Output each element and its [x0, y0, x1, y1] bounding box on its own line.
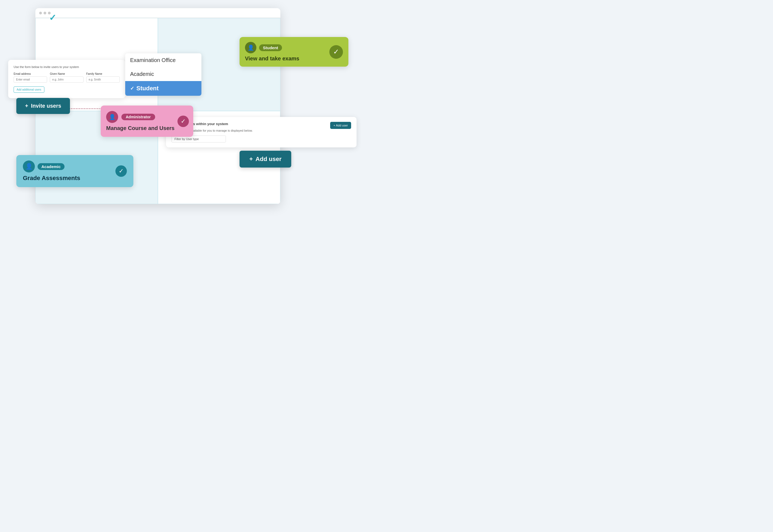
app-logo: ✓ — [49, 13, 56, 23]
admin-avatar: 👤 — [106, 111, 118, 123]
academic-check-icon: ✓ — [115, 165, 127, 177]
email-label: Email address — [14, 72, 47, 75]
academic-badge: Academic — [38, 163, 64, 170]
academic-avatar: 👤 — [23, 160, 35, 172]
given-name-label: Given Name — [50, 72, 83, 75]
invite-plus-icon: + — [25, 103, 28, 109]
academic-avatar-icon: 👤 — [25, 163, 33, 170]
admin-check-icon: ✓ — [177, 116, 189, 127]
browser-titlebar — [35, 8, 280, 18]
family-name-label: Family Name — [86, 72, 120, 75]
student-role-header: 👤 Student — [245, 42, 325, 53]
academic-role-header: 👤 Academic — [23, 160, 112, 172]
browser-dot-yellow — [44, 12, 46, 14]
invite-form-card: Use the form below to invite users to yo… — [8, 60, 125, 98]
manage-users-panel: Manage users within your system + Add us… — [166, 117, 356, 147]
dropdown-item-student[interactable]: Student — [125, 81, 201, 96]
student-card-content: 👤 Student View and take exams — [245, 42, 325, 62]
family-name-input[interactable] — [86, 76, 120, 83]
add-user-label: Add user — [255, 156, 281, 163]
admin-role-header: 👤 Administrator — [106, 111, 177, 123]
invite-users-button[interactable]: + Invite users — [16, 98, 70, 114]
student-avatar: 👤 — [245, 42, 256, 53]
academic-role-card: 👤 Academic Grade Assessments ✓ — [16, 155, 133, 187]
student-badge: Student — [259, 44, 282, 51]
role-dropdown[interactable]: Examination Office Academic Student — [125, 53, 201, 96]
admin-badge: Administrator — [121, 114, 155, 120]
invite-users-label: Invite users — [31, 103, 61, 109]
family-name-field-group: Family Name — [86, 72, 120, 83]
given-name-input[interactable] — [50, 76, 83, 83]
manage-users-desc: A list of users available for you to man… — [171, 129, 351, 132]
dropdown-item-academic[interactable]: Academic — [125, 67, 201, 81]
student-description: View and take exams — [245, 55, 325, 62]
admin-role-card: 👤 Administrator Manage Course and Users … — [101, 106, 193, 137]
email-field-group: Email address — [14, 72, 47, 83]
given-name-field-group: Given Name — [50, 72, 83, 83]
admin-description: Manage Course and Users — [106, 125, 177, 131]
academic-label: Academic — [130, 71, 154, 77]
student-check-icon: ✓ — [329, 45, 343, 59]
add-user-large-button[interactable]: + Add user — [239, 151, 291, 168]
manage-add-user-button[interactable]: + Add user — [330, 122, 351, 129]
browser-dot-red — [39, 12, 42, 14]
academic-card-content: 👤 Academic Grade Assessments — [23, 160, 112, 182]
add-additional-button[interactable]: Add additional users — [14, 86, 44, 93]
email-input[interactable] — [14, 76, 47, 83]
academic-description: Grade Assessments — [23, 175, 112, 182]
admin-avatar-icon: 👤 — [109, 114, 116, 120]
student-role-card: 👤 Student View and take exams ✓ — [239, 37, 348, 67]
add-user-plus-icon: + — [249, 156, 253, 163]
dropdown-item-examination[interactable]: Examination Office — [125, 53, 201, 67]
examination-office-label: Examination Office — [130, 57, 176, 63]
invite-form-description: Use the form below to invite users to yo… — [14, 65, 120, 69]
student-label: Student — [136, 85, 159, 92]
form-fields: Email address Given Name Family Name — [14, 72, 120, 83]
student-avatar-icon: 👤 — [247, 44, 254, 51]
